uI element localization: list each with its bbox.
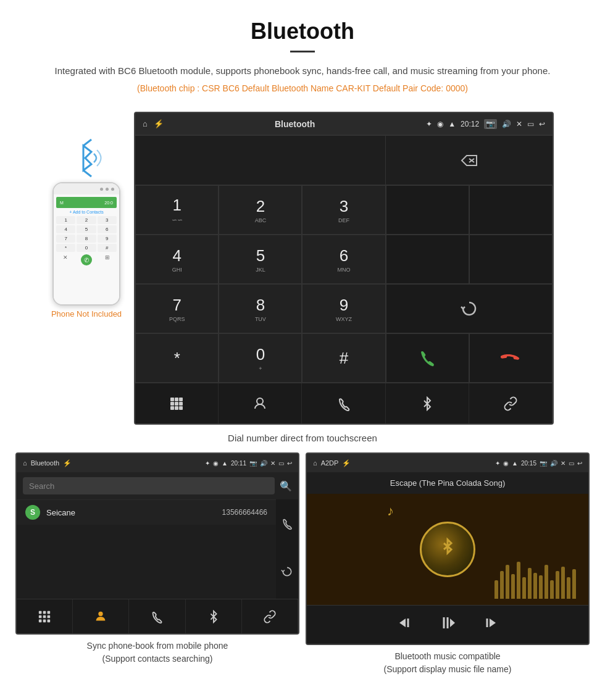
dial-key-6[interactable]: 6MNO: [302, 235, 385, 284]
pb-search-icon[interactable]: 🔍: [280, 480, 292, 492]
dial-key-8[interactable]: 8TUV: [219, 284, 302, 333]
backspace-button[interactable]: [386, 136, 553, 185]
location-icon: ◉: [437, 120, 443, 128]
dial-key-0[interactable]: 0+: [219, 333, 302, 383]
pb-nav-dialpad[interactable]: [17, 599, 73, 633]
rect-icon[interactable]: ▭: [527, 120, 534, 128]
close-icon[interactable]: ✕: [516, 120, 522, 128]
svg-rect-13: [179, 406, 183, 410]
nav-contacts-icon[interactable]: [219, 383, 302, 423]
a2dp-sig-icon: ▲: [512, 460, 518, 467]
pb-time: 20:11: [231, 460, 246, 467]
phone-key-1[interactable]: 1: [56, 216, 75, 224]
a2dp-title: A2DP: [321, 459, 339, 467]
car-title: Bluetooth: [275, 119, 315, 129]
back-icon[interactable]: ↩: [539, 120, 545, 128]
phone-key-9[interactable]: 9: [98, 235, 117, 243]
phone-key-8[interactable]: 8: [77, 235, 96, 243]
pb-nav-link[interactable]: [242, 599, 298, 633]
pb-nav-phone[interactable]: [129, 599, 185, 633]
equalizer-display: [494, 562, 576, 599]
svg-rect-19: [43, 615, 46, 618]
phone-key-2[interactable]: 2: [77, 216, 96, 224]
svg-rect-17: [48, 610, 51, 614]
page-header: Bluetooth Integrated with BC6 Bluetooth …: [0, 0, 605, 106]
skip-next-button[interactable]: [481, 614, 498, 635]
skip-back-button[interactable]: [397, 614, 414, 635]
dial-key-5[interactable]: 5JKL: [219, 235, 302, 284]
phone-key-7[interactable]: 7: [56, 235, 75, 243]
bluetooth-specs: (Bluetooth chip : CSR BC6 Default Blueto…: [37, 83, 568, 93]
play-pause-button[interactable]: [439, 614, 456, 635]
home-icon[interactable]: ⌂: [143, 119, 148, 128]
bluetooth-waves-icon: [62, 136, 111, 180]
pb-nav-person[interactable]: [73, 599, 129, 633]
dial-key-7[interactable]: 7PQRS: [135, 284, 219, 333]
camera-icon[interactable]: 📷: [484, 119, 497, 129]
a2dp-close-icon[interactable]: ✕: [561, 460, 565, 467]
pb-back-icon[interactable]: ↩: [287, 460, 292, 467]
pb-cam-icon[interactable]: 📷: [249, 460, 257, 467]
empty-3: [386, 235, 469, 284]
dial-key-9[interactable]: 9WXYZ: [302, 284, 385, 333]
redial-button[interactable]: [386, 284, 553, 333]
a2dp-status-left: ⌂ A2DP ⚡: [313, 459, 351, 467]
car-dialpad-screen: ⌂ ⚡ Bluetooth ✦ ◉ ▲ 20:12 📷 🔊 ✕ ▭ ↩: [134, 112, 554, 425]
pb-rect-icon[interactable]: ▭: [278, 460, 284, 467]
a2dp-rect-icon[interactable]: ▭: [569, 460, 574, 467]
phonebook-caption: Sync phone-book from mobile phone (Suppo…: [15, 640, 299, 665]
phone-key-hash[interactable]: #: [98, 244, 117, 252]
pb-redial-icon[interactable]: [281, 565, 293, 581]
pb-vol-icon[interactable]: 🔊: [260, 460, 267, 467]
phone-dialpad: 1 2 3 4 5 6 7 8 9 * 0 #: [56, 216, 117, 252]
phone-call-button[interactable]: ✆: [81, 254, 92, 265]
svg-rect-6: [175, 398, 178, 401]
phone-key-star[interactable]: *: [56, 244, 75, 252]
pb-right-icons: [276, 499, 298, 599]
phone-call-row: ✕ ✆ ⊞: [56, 254, 117, 265]
a2dp-back-icon[interactable]: ↩: [577, 460, 582, 467]
a2dp-home-icon[interactable]: ⌂: [313, 459, 317, 467]
phone-key-5[interactable]: 5: [77, 225, 96, 233]
svg-rect-22: [43, 619, 46, 622]
dial-key-4[interactable]: 4GHI: [135, 235, 219, 284]
svg-rect-20: [48, 615, 51, 618]
pb-title: Bluetooth: [31, 459, 59, 467]
nav-dialpad-icon[interactable]: [135, 383, 219, 423]
nav-link-icon[interactable]: [469, 383, 553, 423]
empty-1: [386, 185, 469, 235]
dial-key-2[interactable]: 2ABC: [219, 185, 302, 235]
nav-bluetooth-icon[interactable]: [386, 383, 469, 423]
pb-nav-bluetooth[interactable]: [186, 599, 242, 633]
volume-icon[interactable]: 🔊: [502, 120, 511, 128]
phonebook-screen: ⌂ Bluetooth ⚡ ✦ ◉ ▲ 20:11 📷 🔊 ✕ ▭ ↩: [15, 452, 299, 635]
phone-contact-label: + Add to Contacts: [56, 210, 117, 214]
a2dp-vol-icon[interactable]: 🔊: [550, 460, 557, 467]
a2dp-status-bar: ⌂ A2DP ⚡ ✦ ◉ ▲ 20:15 📷 🔊 ✕ ▭ ↩: [307, 454, 588, 472]
dial-key-1[interactable]: 1∽∽: [135, 185, 219, 235]
svg-rect-15: [39, 610, 42, 614]
bottom-screenshots: ⌂ Bluetooth ⚡ ✦ ◉ ▲ 20:11 📷 🔊 ✕ ▭ ↩: [0, 452, 605, 676]
phone-green-bar: M20:0: [56, 197, 117, 208]
signal-icon: ▲: [448, 120, 456, 128]
dial-key-hash[interactable]: #: [302, 333, 385, 383]
phone-key-6[interactable]: 6: [98, 225, 117, 233]
phone-key-0[interactable]: 0: [77, 244, 96, 252]
pb-home-icon[interactable]: ⌂: [23, 459, 27, 467]
dial-key-3[interactable]: 3DEF: [302, 185, 385, 235]
phone-key-3[interactable]: 3: [98, 216, 117, 224]
music-caption: Bluetooth music compatible (Support disp…: [306, 650, 590, 676]
dial-key-star[interactable]: *: [135, 333, 219, 383]
pb-call-icon[interactable]: [281, 517, 293, 533]
pb-close-icon[interactable]: ✕: [270, 460, 275, 467]
end-call-button[interactable]: [469, 333, 553, 383]
call-button[interactable]: [386, 333, 469, 383]
nav-phone-icon[interactable]: [302, 383, 385, 423]
pb-loc-icon: ◉: [213, 460, 219, 467]
svg-marker-30: [490, 619, 496, 627]
phone-key-4[interactable]: 4: [56, 225, 75, 233]
phone-mockup: M20:0 + Add to Contacts 1 2 3 4 5 6 7 8 …: [52, 182, 120, 306]
pb-contact-row[interactable]: S Seicane 13566664466: [17, 499, 276, 525]
svg-rect-11: [170, 406, 174, 410]
a2dp-cam-icon[interactable]: 📷: [540, 460, 547, 467]
